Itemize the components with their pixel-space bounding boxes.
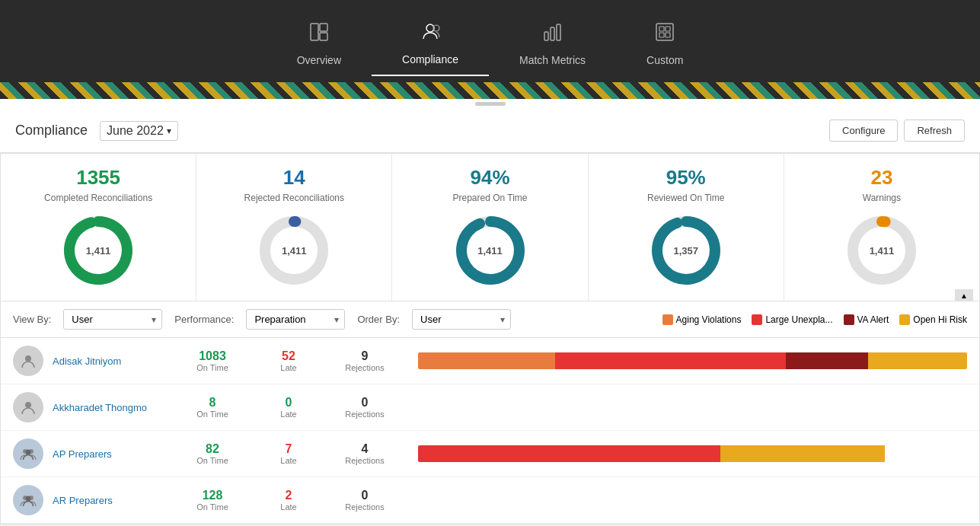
legend-dot-3 xyxy=(899,314,910,325)
late-label-0: Late xyxy=(251,363,327,372)
configure-button[interactable]: Configure xyxy=(829,120,898,142)
svg-rect-11 xyxy=(659,33,664,37)
stat-on-time-1: 8 On Time xyxy=(174,396,251,419)
legend-item-0: Aging Violations xyxy=(662,314,742,325)
metric-value-2: 94% xyxy=(470,166,509,190)
donut-center-0: 1,411 xyxy=(86,245,111,257)
rejections-label-3: Rejections xyxy=(327,502,403,512)
late-val-3: 2 xyxy=(251,489,327,502)
late-label-2: Late xyxy=(251,456,327,465)
legend-dot-0 xyxy=(662,314,673,325)
on-time-val-2: 82 xyxy=(174,442,251,456)
bar-segment-0-0 xyxy=(418,352,555,369)
svg-rect-7 xyxy=(557,24,560,40)
rejections-label-1: Rejections xyxy=(327,410,403,419)
performance-select-wrap: Preparation Review Approval xyxy=(246,309,345,330)
stat-on-time-3: 128 On Time xyxy=(174,489,251,512)
top-nav: Overview Compliance Match Metrics xyxy=(0,0,980,82)
late-val-2: 7 xyxy=(251,442,327,456)
on-time-label-2: On Time xyxy=(174,456,251,465)
bar-col-2 xyxy=(403,445,967,462)
user-avatar-0 xyxy=(13,346,43,376)
on-time-label-1: On Time xyxy=(174,410,251,419)
table-row-2: AP Preparers 82 On Time 7 Late 4 Rejecti… xyxy=(1,431,979,477)
legend-item-3: Open Hi Risk xyxy=(899,314,967,325)
metric-label-0: Completed Reconciliations xyxy=(44,193,152,203)
metric-card-4: 23 Warnings 1,411 xyxy=(784,154,979,301)
user-avatar-1 xyxy=(13,392,43,422)
view-by-select[interactable]: User Group Department xyxy=(63,309,162,330)
metric-value-1: 14 xyxy=(283,166,305,190)
svg-point-18 xyxy=(25,355,31,362)
bar-col-0 xyxy=(403,352,967,369)
nav-overview[interactable]: Overview xyxy=(267,15,372,75)
on-time-val-1: 8 xyxy=(174,396,251,410)
nav-match-metrics[interactable]: Match Metrics xyxy=(489,15,616,75)
svg-rect-1 xyxy=(320,24,327,31)
on-time-label-0: On Time xyxy=(174,363,251,372)
rejections-val-0: 9 xyxy=(327,349,403,363)
stat-on-time-2: 82 On Time xyxy=(174,442,251,465)
legend-label-1: Large Unexpla... xyxy=(765,314,832,325)
svg-rect-6 xyxy=(551,27,554,40)
metric-label-4: Warnings xyxy=(863,193,901,203)
svg-rect-8 xyxy=(656,24,673,40)
stat-rejections-0: 9 Rejections xyxy=(327,349,403,372)
table-container: Adisak Jitniyom 1083 On Time 52 Late 9 R… xyxy=(0,338,980,524)
legend-label-0: Aging Violations xyxy=(676,314,742,325)
svg-point-22 xyxy=(26,450,31,455)
view-by-select-wrap: User Group Department xyxy=(63,309,162,330)
rejections-val-1: 0 xyxy=(327,396,403,410)
legend-item-2: VA Alert xyxy=(844,314,889,325)
bar-segment-0-1 xyxy=(555,352,786,369)
period-selector[interactable]: June 2022 ▾ xyxy=(100,121,178,141)
donut-center-1: 1,411 xyxy=(282,245,307,257)
late-label-3: Late xyxy=(251,502,327,512)
compliance-icon xyxy=(420,21,441,47)
page-header: Compliance June 2022 ▾ Configure Refresh xyxy=(0,109,980,153)
user-avatar-2 xyxy=(13,438,43,469)
nav-custom-label: Custom xyxy=(646,54,683,66)
period-value: June 2022 xyxy=(107,124,164,138)
stat-late-2: 7 Late xyxy=(251,442,327,465)
svg-point-25 xyxy=(26,496,31,502)
metric-card-3: 95% Reviewed On Time 1,357 xyxy=(589,154,784,301)
match-metrics-icon xyxy=(542,21,563,48)
decorative-stripe xyxy=(0,82,980,99)
bar-segment-0-2 xyxy=(786,352,868,369)
bar-chart-2 xyxy=(418,445,967,462)
nav-overview-label: Overview xyxy=(297,54,341,66)
donut-center-4: 1,411 xyxy=(870,245,895,257)
on-time-label-3: On Time xyxy=(174,502,251,512)
user-name-0[interactable]: Adisak Jitniyom xyxy=(53,355,174,367)
filter-row: ▲ View By: User Group Department Perform… xyxy=(0,301,980,338)
legend-label-3: Open Hi Risk xyxy=(913,314,967,325)
nav-custom[interactable]: Custom xyxy=(616,15,713,75)
performance-select[interactable]: Preparation Review Approval xyxy=(246,309,345,330)
svg-rect-10 xyxy=(666,27,670,31)
collapse-handle[interactable] xyxy=(0,99,980,109)
svg-rect-9 xyxy=(659,27,664,31)
performance-label: Performance: xyxy=(174,314,234,325)
on-time-val-3: 128 xyxy=(174,489,251,502)
stat-late-0: 52 Late xyxy=(251,349,327,372)
metric-value-3: 95% xyxy=(666,166,706,190)
nav-compliance[interactable]: Compliance xyxy=(372,14,489,76)
order-by-select[interactable]: User On Time Late xyxy=(412,309,511,330)
stat-late-3: 2 Late xyxy=(251,489,327,512)
user-name-1[interactable]: Akkharadet Thongmo xyxy=(53,402,174,413)
svg-point-19 xyxy=(25,402,31,408)
legend-dot-1 xyxy=(752,314,762,325)
view-by-label: View By: xyxy=(13,314,51,325)
metrics-row: 1355 Completed Reconciliations 1,411 14 … xyxy=(0,153,980,301)
legend: Aging Violations Large Unexpla... VA Ale… xyxy=(662,314,967,325)
refresh-button[interactable]: Refresh xyxy=(904,120,965,142)
bar-chart-0 xyxy=(418,352,967,369)
user-name-3[interactable]: AR Preparers xyxy=(53,495,174,506)
donut-chart-3: 1,357 xyxy=(648,212,724,289)
page-header-actions: Configure Refresh xyxy=(829,120,965,142)
stat-rejections-2: 4 Rejections xyxy=(327,442,403,465)
rejections-val-2: 4 xyxy=(327,442,403,456)
collapse-section-button[interactable]: ▲ xyxy=(955,289,973,301)
user-name-2[interactable]: AP Preparers xyxy=(53,448,174,460)
